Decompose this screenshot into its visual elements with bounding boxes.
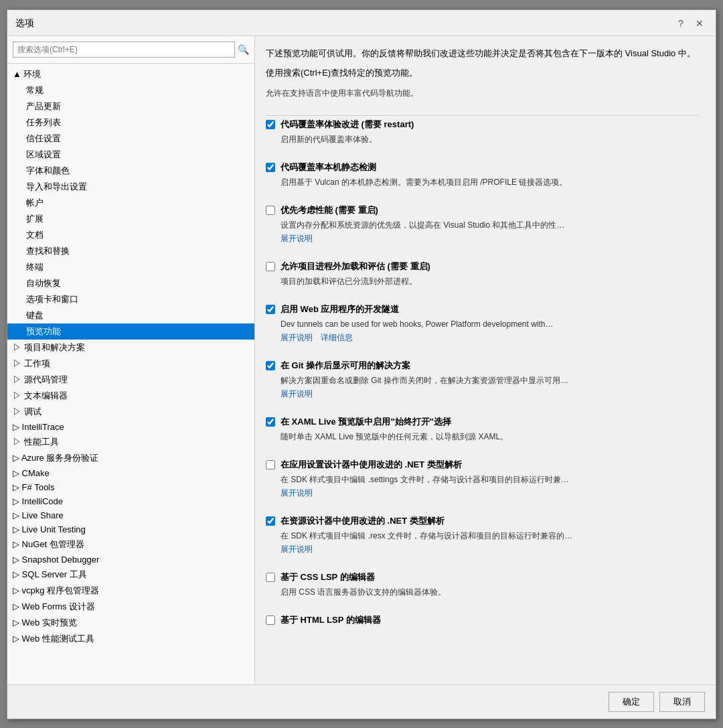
tree-item-intellicode[interactable]: ▷ IntelliCode — [7, 494, 254, 508]
option-title-opt1: 代码覆盖率体验改进 (需要 restart) — [280, 119, 414, 131]
tree-item-trust-settings[interactable]: 信任设置 — [7, 131, 254, 147]
right-panel: 下述预览功能可供试用。你的反馈将帮助我们改进这些功能并决定是否将其包含在下一版本… — [255, 36, 716, 684]
option-item-opt7: 在 XAML Live 预览版中启用"始终打开"选择 随时单击 XAML Liv… — [266, 416, 700, 448]
option-link-opt6[interactable]: 展开说明 — [280, 388, 313, 400]
dialog-title: 选项 — [15, 17, 34, 29]
tree-item-perf-tools[interactable]: ▷ 性能工具 — [7, 434, 254, 450]
option-title-opt10: 基于 CSS LSP 的编辑器 — [280, 571, 375, 583]
option-links-opt8: 展开说明 — [280, 488, 700, 499]
option-title-opt4: 允许项目进程外加载和评估 (需要 重启) — [280, 261, 430, 273]
dialog-footer: 确定 取消 — [7, 684, 716, 719]
option-checkbox-opt4[interactable] — [266, 262, 275, 271]
option-checkbox-opt11[interactable] — [266, 615, 275, 625]
ok-button[interactable]: 确定 — [609, 692, 654, 712]
option-title-opt11: 基于 HTML LSP 的编辑器 — [280, 614, 381, 626]
option-item-opt3: 优先考虑性能 (需要 重启) 设置内存分配和系统资源的优先级，以提高在 Visu… — [266, 204, 700, 250]
tree-item-workitems[interactable]: ▷ 工作项 — [7, 356, 254, 372]
tree-item-source-control[interactable]: ▷ 源代码管理 — [7, 372, 254, 388]
option-checkbox-opt5[interactable] — [266, 305, 275, 314]
option-link-opt3[interactable]: 展开说明 — [280, 233, 313, 244]
option-title-opt9: 在资源设计器中使用改进的 .NET 类型解析 — [280, 515, 445, 527]
option-checkbox-opt2[interactable] — [266, 163, 275, 172]
option-header-opt6: 在 Git 操作后显示可用的解决方案 — [266, 360, 700, 372]
search-icon: 🔍 — [238, 44, 249, 55]
search-input[interactable] — [13, 42, 235, 58]
options-dialog: 选项 ? ✕ 🔍 ▲ 环境常规产品更新任务列表信任设置区域设置字体和颜色导入和导… — [7, 9, 716, 719]
tree-item-import-export[interactable]: 导入和导出设置 — [7, 179, 254, 195]
tree-item-documents[interactable]: 文档 — [7, 227, 254, 243]
option-item-opt9: 在资源设计器中使用改进的 .NET 类型解析 在 SDK 样式项目中编辑 .re… — [266, 515, 700, 561]
tree-item-find-replace[interactable]: 查找和替换 — [7, 243, 254, 259]
intro-text: 下述预览功能可供试用。你的反馈将帮助我们改进这些功能并决定是否将其包含在下一版本… — [266, 47, 702, 61]
tree-item-accounts[interactable]: 帐户 — [7, 195, 254, 211]
option-links-opt6: 展开说明 — [280, 388, 700, 400]
tree-item-regional[interactable]: 区域设置 — [7, 147, 254, 163]
option-checkbox-opt8[interactable] — [266, 460, 275, 469]
tree-item-sqlserver[interactable]: ▷ SQL Server 工具 — [7, 567, 254, 583]
tree-item-general[interactable]: 常规 — [7, 82, 254, 98]
tree-item-vcpkg[interactable]: ▷ vcpkg 程序包管理器 — [7, 583, 254, 599]
option-header-opt9: 在资源设计器中使用改进的 .NET 类型解析 — [266, 515, 700, 527]
tree-item-extensions[interactable]: 扩展 — [7, 211, 254, 227]
tree-item-weblive[interactable]: ▷ Web 实时预览 — [7, 615, 254, 631]
tree-item-webforms[interactable]: ▷ Web Forms 设计器 — [7, 599, 254, 615]
option-checkbox-opt9[interactable] — [266, 516, 275, 526]
option-link-opt9[interactable]: 展开说明 — [280, 544, 313, 555]
tree-item-text-editor[interactable]: ▷ 文本编辑器 — [7, 388, 254, 404]
tree-item-terminal[interactable]: 终端 — [7, 259, 254, 275]
tree-item-keyboard[interactable]: 键盘 — [7, 307, 254, 323]
option-title-opt8: 在应用设置设计器中使用改进的 .NET 类型解析 — [280, 459, 462, 471]
left-panel: 🔍 ▲ 环境常规产品更新任务列表信任设置区域设置字体和颜色导入和导出设置帐户扩展… — [7, 36, 255, 684]
title-bar: 选项 ? ✕ — [7, 10, 716, 36]
option-item-opt8: 在应用设置设计器中使用改进的 .NET 类型解析 在 SDK 样式项目中编辑 .… — [266, 459, 700, 504]
option-desc-opt8: 在 SDK 样式项目中编辑 .settings 文件时，存储与设计器和项目的目标… — [280, 474, 700, 486]
option-item-opt5: 启用 Web 应用程序的开发隧道 Dev tunnels can be used… — [266, 303, 700, 349]
option-link-opt5[interactable]: 展开说明 — [280, 332, 313, 344]
tree-item-cmake[interactable]: ▷ CMake — [7, 466, 254, 480]
tree-item-snapshot[interactable]: ▷ Snapshot Debugger — [7, 553, 254, 567]
close-button[interactable]: ✕ — [692, 15, 708, 31]
title-bar-controls: ? ✕ — [673, 15, 708, 31]
tree-item-fsharp[interactable]: ▷ F# Tools — [7, 480, 254, 494]
tree-item-product-update[interactable]: 产品更新 — [7, 98, 254, 115]
option-item-opt0: 允许在支持语言中使用丰富代码导航功能。 — [266, 87, 700, 104]
option-desc-opt4: 项目的加载和评估已分流到外部进程。 — [280, 275, 700, 287]
options-area: 允许在支持语言中使用丰富代码导航功能。 代码覆盖率体验改进 (需要 restar… — [266, 87, 702, 676]
tree-item-preview[interactable]: 预览功能 — [7, 323, 254, 340]
tree-item-projects[interactable]: ▷ 项目和解决方案 — [7, 340, 254, 356]
option-checkbox-opt10[interactable] — [266, 573, 275, 582]
tree: ▲ 环境常规产品更新任务列表信任设置区域设置字体和颜色导入和导出设置帐户扩展文档… — [7, 64, 254, 684]
option-item-opt10: 基于 CSS LSP 的编辑器 启用 CSS 语言服务器协议支持的编辑器体验。 — [266, 571, 700, 603]
tree-item-intellitrace[interactable]: ▷ IntelliTrace — [7, 420, 254, 434]
option-links-opt3: 展开说明 — [280, 233, 700, 244]
tree-item-debug[interactable]: ▷ 调试 — [7, 404, 254, 420]
tree-item-liveunit[interactable]: ▷ Live Unit Testing — [7, 522, 254, 536]
tree-item-nuget[interactable]: ▷ NuGet 包管理器 — [7, 536, 254, 553]
option-checkbox-opt3[interactable] — [266, 206, 275, 215]
option-link-opt8[interactable]: 展开说明 — [280, 488, 313, 499]
option-item-opt1: 代码覆盖率体验改进 (需要 restart) 启用新的代码覆盖率体验。 — [266, 119, 700, 151]
option-header-opt1: 代码覆盖率体验改进 (需要 restart) — [266, 119, 700, 131]
option-desc-opt9: 在 SDK 样式项目中编辑 .resx 文件时，存储与设计器和项目的目标运行时兼… — [280, 530, 700, 542]
option-item-opt11: 基于 HTML LSP 的编辑器 — [266, 614, 700, 634]
use-search-text: 使用搜索(Ctrl+E)查找特定的预览功能。 — [266, 67, 702, 79]
option-checkbox-opt1[interactable] — [266, 120, 275, 129]
tree-item-fonts[interactable]: 字体和颜色 — [7, 163, 254, 179]
search-bar: 🔍 — [7, 36, 254, 64]
tree-item-azure[interactable]: ▷ Azure 服务身份验证 — [7, 450, 254, 466]
option-checkbox-opt7[interactable] — [266, 417, 275, 427]
option-title-opt2: 代码覆盖率本机静态检测 — [280, 161, 376, 173]
tree-item-auto-recover[interactable]: 自动恢复 — [7, 275, 254, 291]
option-title-opt6: 在 Git 操作后显示可用的解决方案 — [280, 360, 410, 372]
tree-item-env[interactable]: ▲ 环境 — [7, 66, 254, 82]
option-checkbox-opt6[interactable] — [266, 361, 275, 370]
help-button[interactable]: ? — [673, 15, 689, 31]
tree-item-tabs-windows[interactable]: 选项卡和窗口 — [7, 291, 254, 307]
tree-item-webperf[interactable]: ▷ Web 性能测试工具 — [7, 631, 254, 647]
option-title-opt7: 在 XAML Live 预览版中启用"始终打开"选择 — [280, 416, 451, 428]
tree-item-task-list[interactable]: 任务列表 — [7, 115, 254, 131]
cancel-button[interactable]: 取消 — [659, 692, 705, 712]
tree-item-liveshare[interactable]: ▷ Live Share — [7, 508, 254, 522]
option-link-opt5[interactable]: 详细信息 — [321, 332, 353, 344]
option-header-opt4: 允许项目进程外加载和评估 (需要 重启) — [266, 261, 700, 273]
